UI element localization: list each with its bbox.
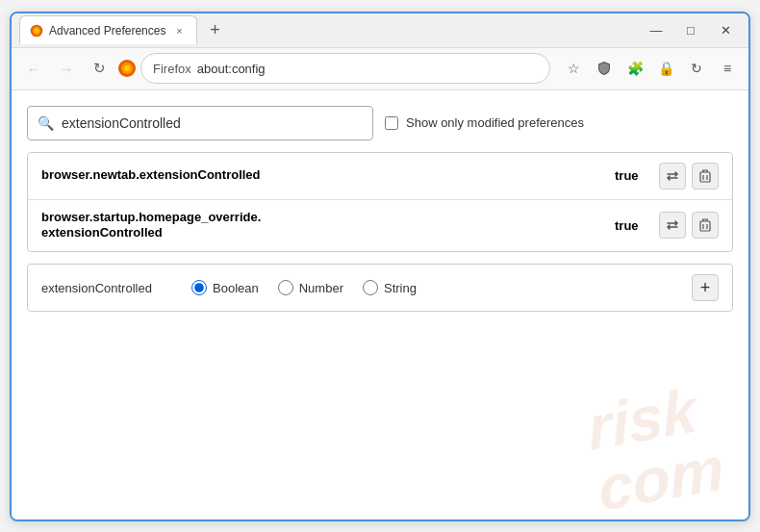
bookmark-button[interactable]: ☆ xyxy=(560,55,587,82)
search-icon: 🔍 xyxy=(38,115,54,131)
type-radio-group: Boolean Number String xyxy=(191,280,417,295)
trash-icon xyxy=(699,218,711,232)
svg-rect-12 xyxy=(700,221,710,231)
sync-button[interactable]: ↻ xyxy=(683,55,710,82)
number-radio[interactable] xyxy=(278,280,293,295)
browser-window: Advanced Preferences × + — □ ✕ ← → ↻ Fir… xyxy=(10,12,750,521)
delete-button-1[interactable] xyxy=(692,163,719,190)
toggle-icon xyxy=(666,170,679,182)
shield-icon xyxy=(596,61,612,76)
toolbar: ← → ↻ Firefox about:config ☆ 🧩 🔒 ↻ ≡ xyxy=(12,48,748,90)
close-button[interactable]: ✕ xyxy=(710,16,741,43)
forward-button[interactable]: → xyxy=(52,54,81,83)
maximize-button[interactable]: □ xyxy=(675,16,706,43)
pref-name-2: browser.startup.homepage_override. exten… xyxy=(41,210,607,242)
tab-favicon xyxy=(30,24,43,38)
address-bar[interactable]: Firefox about:config xyxy=(140,53,550,84)
row-actions-1 xyxy=(659,163,719,190)
search-input[interactable] xyxy=(62,115,363,131)
toolbar-icons: ☆ 🧩 🔒 ↻ ≡ xyxy=(560,55,741,82)
lock-button[interactable]: 🔒 xyxy=(652,55,679,82)
delete-button-2[interactable] xyxy=(692,212,719,239)
tab-close-button[interactable]: × xyxy=(171,23,187,38)
minimize-button[interactable]: — xyxy=(641,16,671,43)
menu-button[interactable]: ≡ xyxy=(714,55,741,82)
show-modified-checkbox[interactable] xyxy=(385,116,398,130)
string-label: String xyxy=(384,281,417,295)
search-row: 🔍 Show only modified preferences xyxy=(27,106,733,140)
content-area: risk com 🔍 Show only modified preference… xyxy=(12,90,748,519)
watermark: risk com xyxy=(583,376,729,519)
pref-value-1: true xyxy=(615,168,644,183)
string-radio[interactable] xyxy=(363,280,378,295)
table-row: browser.startup.homepage_override. exten… xyxy=(28,200,732,252)
row-actions-2 xyxy=(659,212,719,239)
firefox-icon xyxy=(117,59,137,78)
search-box[interactable]: 🔍 xyxy=(27,106,373,140)
table-row: browser.newtab.extensionControlled true xyxy=(28,153,732,200)
new-preference-row: extensionControlled Boolean Number Strin… xyxy=(27,264,733,312)
toggle-button-1[interactable] xyxy=(659,163,686,190)
toggle-icon xyxy=(666,219,679,231)
trash-icon xyxy=(699,169,711,183)
url-display: about:config xyxy=(197,62,266,76)
refresh-button[interactable]: ↻ xyxy=(85,54,114,83)
number-radio-item[interactable]: Number xyxy=(278,280,343,295)
show-modified-row: Show only modified preferences xyxy=(385,115,584,130)
svg-rect-6 xyxy=(700,172,710,182)
boolean-radio-item[interactable]: Boolean xyxy=(191,280,259,295)
boolean-label: Boolean xyxy=(213,281,259,295)
browser-tab[interactable]: Advanced Preferences × xyxy=(19,15,197,44)
title-bar: Advanced Preferences × + — □ ✕ xyxy=(12,13,748,48)
svg-point-2 xyxy=(35,28,39,33)
pref-name-1: browser.newtab.extensionControlled xyxy=(41,167,607,184)
toggle-button-2[interactable] xyxy=(659,212,686,239)
new-tab-button[interactable]: + xyxy=(201,16,228,43)
string-radio-item[interactable]: String xyxy=(363,280,417,295)
svg-point-5 xyxy=(124,65,130,71)
new-pref-name: extensionControlled xyxy=(41,281,176,295)
shield-button[interactable] xyxy=(591,55,618,82)
site-name: Firefox xyxy=(153,62,191,76)
pref-value-2: true xyxy=(615,218,644,233)
window-controls: — □ ✕ xyxy=(641,16,741,43)
boolean-radio[interactable] xyxy=(191,280,207,295)
extension-button[interactable]: 🧩 xyxy=(621,55,648,82)
back-button[interactable]: ← xyxy=(19,54,48,83)
tab-title: Advanced Preferences xyxy=(49,24,165,38)
results-table: browser.newtab.extensionControlled true xyxy=(27,152,733,253)
add-preference-button[interactable]: + xyxy=(692,274,719,301)
number-label: Number xyxy=(299,281,343,295)
show-modified-label: Show only modified preferences xyxy=(406,115,584,130)
